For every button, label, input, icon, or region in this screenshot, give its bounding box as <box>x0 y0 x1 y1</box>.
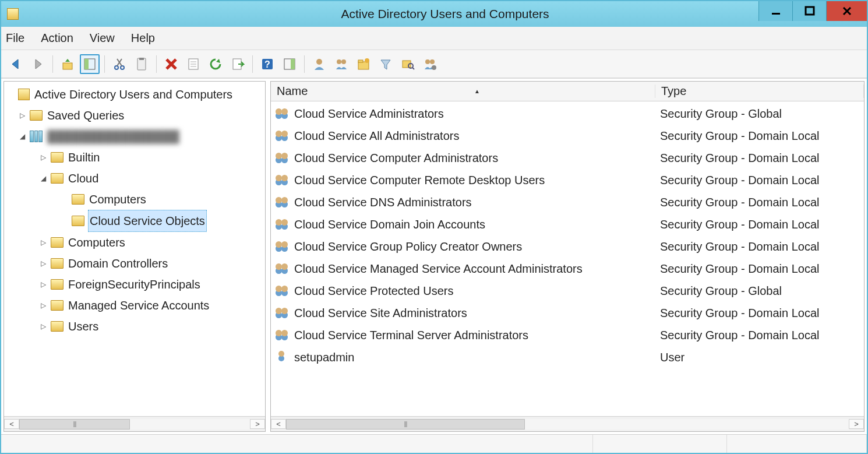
folder-icon <box>51 300 63 311</box>
column-header-name[interactable]: Name ▲ <box>271 85 655 98</box>
scroll-right-button[interactable]: > <box>250 419 265 429</box>
tree-builtin[interactable]: ▷ Builtin <box>6 147 263 168</box>
cut-button[interactable] <box>110 54 129 74</box>
help-button[interactable]: ? <box>257 54 277 74</box>
forward-button[interactable] <box>28 54 48 74</box>
expand-twisty-icon[interactable]: ▷ <box>18 105 26 126</box>
list-row[interactable]: Cloud Service Protected UsersSecurity Gr… <box>271 280 864 302</box>
collapse-twisty-icon[interactable]: ◢ <box>39 168 47 189</box>
list-row[interactable]: Cloud Service Computer Remote Desktop Us… <box>271 169 864 191</box>
scroll-track[interactable]: ||| <box>286 419 849 430</box>
scroll-right-button[interactable]: > <box>849 419 864 429</box>
object-type: Security Group - Domain Local <box>660 174 864 187</box>
svg-point-7 <box>115 66 118 69</box>
ou-icon <box>72 194 84 205</box>
minimize-button[interactable] <box>758 1 792 21</box>
tree-cloud-service-objects[interactable]: Cloud Service Objects <box>6 210 263 232</box>
tree-saved-queries[interactable]: ▷ Saved Queries <box>6 105 263 126</box>
delete-button[interactable] <box>161 54 181 74</box>
menu-action[interactable]: Action <box>41 31 73 45</box>
tree-computers[interactable]: ▷ Computers <box>6 232 263 253</box>
svg-point-33 <box>425 59 430 64</box>
export-list-button[interactable] <box>228 54 248 74</box>
tree-fsp[interactable]: ▷ ForeignSecurityPrincipals <box>6 274 263 295</box>
find-button[interactable] <box>398 54 418 74</box>
list-row[interactable]: Cloud Service Terminal Server Administra… <box>271 324 864 346</box>
svg-rect-28 <box>358 60 363 62</box>
tree-domain[interactable]: ◢ ████████████████ <box>6 126 263 147</box>
expand-twisty-icon[interactable]: ▷ <box>39 274 47 295</box>
menu-view[interactable]: View <box>90 31 115 45</box>
status-section-3 <box>727 435 867 453</box>
tree-root[interactable]: Active Directory Users and Computers <box>6 84 263 105</box>
svg-line-32 <box>412 68 414 69</box>
up-one-level-button[interactable] <box>58 54 77 74</box>
list-row[interactable]: Cloud Service DNS AdministratorsSecurity… <box>271 191 864 213</box>
properties-button[interactable] <box>132 54 151 74</box>
expand-twisty-icon[interactable]: ▷ <box>39 147 47 168</box>
tree-cloud[interactable]: ◢ Cloud <box>6 168 263 189</box>
maximize-button[interactable] <box>792 1 826 21</box>
list-hscrollbar[interactable]: < ||| > <box>271 416 864 431</box>
svg-rect-6 <box>84 59 89 69</box>
svg-rect-4 <box>63 63 72 69</box>
list-row[interactable]: Cloud Service Site AdministratorsSecurit… <box>271 302 864 324</box>
scroll-track[interactable]: ||| <box>19 419 250 430</box>
list-row[interactable]: Cloud Service Group Policy Creator Owner… <box>271 235 864 258</box>
new-ou-button[interactable] <box>354 54 373 74</box>
list-row[interactable]: setupadminUser <box>271 346 864 368</box>
window-buttons <box>758 1 867 21</box>
object-type: Security Group - Domain Local <box>660 307 864 320</box>
object-type: Security Group - Domain Local <box>660 329 864 342</box>
content-area: Active Directory Users and Computers ▷ S… <box>1 78 867 434</box>
add-to-group-button[interactable] <box>420 54 440 74</box>
new-user-button[interactable] <box>309 54 329 74</box>
tree-msa[interactable]: ▷ Managed Service Accounts <box>6 295 263 316</box>
scroll-thumb[interactable]: ||| <box>19 419 130 430</box>
tree-users[interactable]: ▷ Users <box>6 316 263 337</box>
folder-icon <box>51 152 63 163</box>
tree-root-label: Active Directory Users and Computers <box>33 84 234 105</box>
tree-view[interactable]: Active Directory Users and Computers ▷ S… <box>4 82 265 416</box>
column-header-type[interactable]: Type <box>655 85 864 98</box>
list-row[interactable]: Cloud Service AdministratorsSecurity Gro… <box>271 103 864 125</box>
folder-icon <box>51 321 63 332</box>
expand-twisty-icon[interactable]: ▷ <box>39 253 47 274</box>
ou-icon <box>72 216 84 226</box>
scroll-left-button[interactable]: < <box>4 419 19 429</box>
tree-domain-controllers[interactable]: ▷ Domain Controllers <box>6 253 263 274</box>
svg-rect-0 <box>772 13 780 15</box>
scroll-left-button[interactable]: < <box>271 419 286 429</box>
list-row[interactable]: Cloud Service Computer AdministratorsSec… <box>271 147 864 169</box>
new-group-button[interactable] <box>331 54 351 74</box>
list-row[interactable]: Cloud Service Managed Service Account Ad… <box>271 258 864 280</box>
toolbar: ? <box>1 50 867 78</box>
list-row[interactable]: Cloud Service Domain Join AccountsSecuri… <box>271 213 864 235</box>
filter-button[interactable] <box>376 54 396 74</box>
menu-file[interactable]: File <box>6 31 24 45</box>
expand-twisty-icon[interactable]: ▷ <box>39 232 47 253</box>
scroll-thumb[interactable]: ||| <box>286 419 525 430</box>
list-body[interactable]: Cloud Service AdministratorsSecurity Gro… <box>271 101 864 416</box>
tree-hscrollbar[interactable]: < ||| > <box>4 416 265 431</box>
collapse-twisty-icon[interactable]: ◢ <box>18 126 26 147</box>
tree-item-label: Domain Controllers <box>67 253 169 274</box>
close-button[interactable] <box>826 1 867 21</box>
tree-item-label: Builtin <box>67 147 101 168</box>
back-button[interactable] <box>6 54 26 74</box>
action-pane-button[interactable] <box>280 54 299 74</box>
list-row[interactable]: Cloud Service All AdministratorsSecurity… <box>271 125 864 147</box>
toolbar-separator <box>104 55 105 73</box>
folder-icon <box>51 279 63 290</box>
object-name: Cloud Service Site Administrators <box>294 307 467 320</box>
expand-twisty-icon[interactable]: ▷ <box>39 316 47 337</box>
tree-pane: Active Directory Users and Computers ▷ S… <box>3 81 266 432</box>
refresh-button[interactable] <box>206 54 225 74</box>
show-hide-tree-button[interactable] <box>80 54 100 74</box>
tree-cloud-computers[interactable]: Computers <box>6 189 263 210</box>
expand-twisty-icon[interactable]: ▷ <box>39 295 47 316</box>
title-bar[interactable]: Active Directory Users and Computers <box>1 1 867 27</box>
tree-item-label: Cloud Service Objects <box>88 210 207 232</box>
property-sheet-button[interactable] <box>184 54 203 74</box>
menu-help[interactable]: Help <box>131 31 155 45</box>
